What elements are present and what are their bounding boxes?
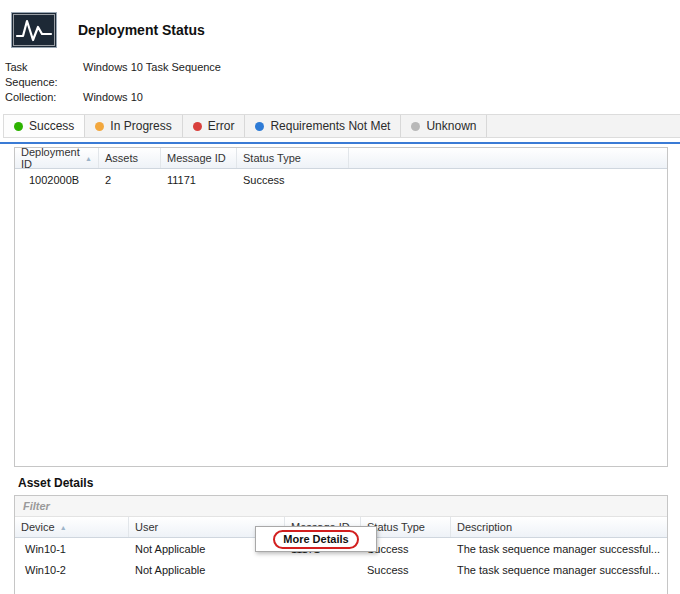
column-header-device[interactable]: Device ▲ [15,517,129,537]
table-header-filler [349,148,667,168]
header: Deployment Status [0,0,680,52]
tabbar-filler [487,115,680,137]
sort-ascending-icon: ▲ [85,155,92,162]
annotation-highlight-ring: More Details [273,530,358,549]
column-header-status-type[interactable]: Status Type [237,148,349,168]
success-status-dot-icon [14,122,23,131]
summary: Task Sequence: Windows 10 Task Sequence … [0,52,680,105]
status-tabbar: Success In Progress Error Requirements N… [3,114,680,138]
deployment-table-header: Deployment ID ▲ Assets Message ID Status… [15,148,667,169]
tab-success-label: Success [29,119,74,133]
page-title: Deployment Status [78,22,205,38]
cell-user: Not Applicable [129,564,285,576]
collection-value: Windows 10 [83,90,680,105]
cell-status-type: Success [237,174,349,186]
column-header-assets[interactable]: Assets [99,148,161,168]
asset-details-heading: Asset Details [18,476,680,490]
unknown-status-dot-icon [411,122,420,131]
cell-description: The task sequence manager successful... [451,543,667,555]
more-details-button-label: More Details [283,533,348,545]
column-header-deployment-id[interactable]: Deployment ID ▲ [15,148,99,168]
filter-input[interactable]: Filter [15,496,667,517]
tab-unknown[interactable]: Unknown [401,115,487,137]
tab-requirements-not-met[interactable]: Requirements Not Met [245,115,401,137]
tab-requirements-not-met-label: Requirements Not Met [270,119,390,133]
deployment-status-window: Deployment Status Task Sequence: Windows… [0,0,680,594]
cell-description: The task sequence manager successful... [451,564,667,576]
more-details-popup[interactable]: More Details [255,526,377,552]
task-sequence-label: Task Sequence: [5,60,83,90]
cell-status-type: Success [361,564,451,576]
tab-error-label: Error [208,119,235,133]
deployment-table-body: 1002000B 2 11171 Success [15,169,667,466]
cell-device: Win10-1 [15,543,129,555]
task-sequence-value: Windows 10 Task Sequence [83,60,680,90]
table-row[interactable]: 1002000B 2 11171 Success [15,169,667,190]
accent-divider [0,142,680,144]
deployment-table: Deployment ID ▲ Assets Message ID Status… [14,147,668,467]
filter-placeholder: Filter [23,500,50,512]
column-header-description[interactable]: Description [451,517,667,537]
requirements-not-met-status-dot-icon [255,122,264,131]
table-row[interactable]: Win10-2 Not Applicable Success The task … [15,559,667,580]
monitoring-chart-icon [10,11,58,49]
tab-success[interactable]: Success [4,115,85,137]
cell-message-id: 11171 [161,174,237,186]
error-status-dot-icon [193,122,202,131]
in-progress-status-dot-icon [95,122,104,131]
column-header-message-id[interactable]: Message ID [161,148,237,168]
sort-ascending-icon: ▲ [60,524,67,531]
collection-label: Collection: [5,90,83,105]
cell-device: Win10-2 [15,564,129,576]
tab-in-progress-label: In Progress [110,119,171,133]
tab-unknown-label: Unknown [426,119,476,133]
cell-deployment-id: 1002000B [15,174,99,186]
tab-error[interactable]: Error [183,115,246,137]
cell-assets: 2 [99,174,161,186]
tab-in-progress[interactable]: In Progress [85,115,182,137]
